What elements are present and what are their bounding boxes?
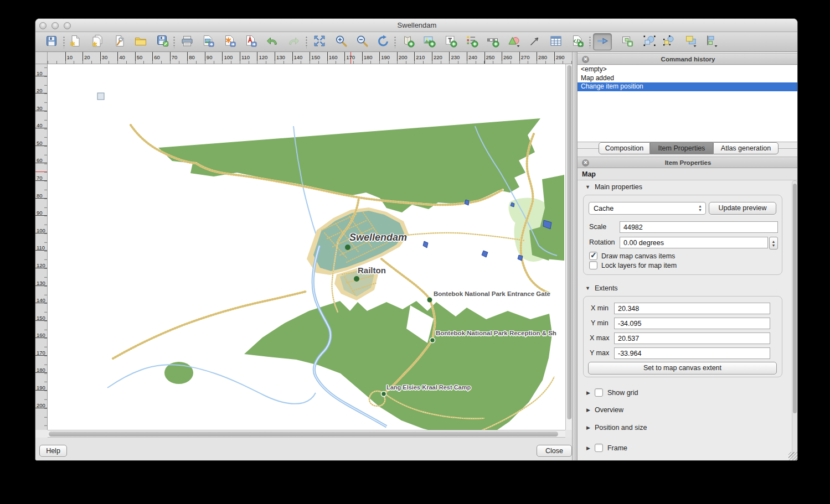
extents-header[interactable]: ▼ Extents xyxy=(585,284,618,292)
scrollbar-thumb[interactable] xyxy=(49,432,558,437)
refresh-icon xyxy=(377,34,390,50)
command-history-list[interactable]: <empty>Map addedChange item position xyxy=(578,65,798,142)
print-button[interactable] xyxy=(178,33,197,50)
composition-manager-button[interactable] xyxy=(110,33,129,50)
item-properties-titlebar: ✕ Item Properties xyxy=(578,157,798,168)
zoom-full-button[interactable] xyxy=(310,33,329,50)
export-image-button[interactable] xyxy=(199,33,218,50)
add-html-icon xyxy=(571,34,584,50)
collapse-arrow-icon[interactable]: ▼ xyxy=(585,184,590,190)
tab-composition[interactable]: Composition xyxy=(599,142,650,154)
history-item[interactable]: Map added xyxy=(578,74,798,83)
ruler-tick: 10 xyxy=(35,70,47,76)
xmin-input[interactable] xyxy=(614,303,770,314)
position-and-size-section[interactable]: ▶ Position and size xyxy=(586,424,647,432)
move-item-content-button[interactable] xyxy=(618,33,637,50)
rotation-spinner[interactable]: ▲▼ xyxy=(769,237,778,250)
ruler-tick: 170 xyxy=(35,350,47,356)
map-label-camp: Lang Elsies Kraal Rest Camp xyxy=(386,384,471,391)
undo-button[interactable] xyxy=(263,33,282,50)
raise-items-button[interactable] xyxy=(682,33,700,50)
refresh-button[interactable] xyxy=(374,33,393,50)
ungroup-items-button[interactable] xyxy=(659,33,678,50)
save-composition-button[interactable] xyxy=(42,33,61,50)
add-legend-button[interactable] xyxy=(462,33,481,50)
preview-mode-select[interactable]: Cache ▲▼ xyxy=(589,202,706,215)
ruler-tick: 130 xyxy=(275,52,285,64)
add-legend-icon xyxy=(465,34,478,50)
add-scalebar-button[interactable] xyxy=(483,33,502,50)
export-pdf-button[interactable] xyxy=(241,33,260,50)
add-image-icon xyxy=(422,34,436,50)
xmax-input[interactable] xyxy=(614,332,770,344)
history-item[interactable]: Change item position xyxy=(578,82,798,91)
history-item[interactable]: <empty> xyxy=(578,65,798,74)
expand-arrow-icon[interactable]: ▶ xyxy=(586,407,590,413)
ruler-tick: 180 xyxy=(362,52,373,64)
add-table-icon xyxy=(549,34,563,50)
titlebar[interactable]: Swellendam xyxy=(35,19,798,32)
ymax-input[interactable] xyxy=(614,347,770,359)
frame-checkbox[interactable] xyxy=(595,444,603,452)
map-label-gate: Bontebok National Park Entrance Gate xyxy=(434,290,550,297)
expand-arrow-icon[interactable]: ▶ xyxy=(586,425,590,430)
export-svg-button[interactable] xyxy=(220,33,239,50)
show-grid-checkbox[interactable] xyxy=(595,388,603,397)
new-composition-button[interactable] xyxy=(66,33,85,50)
ymin-input[interactable] xyxy=(614,318,770,329)
zoom-out-button[interactable] xyxy=(353,33,372,50)
add-label-button[interactable] xyxy=(441,33,460,50)
map-label-suburb: Railton xyxy=(358,266,386,275)
zoom-in-button[interactable] xyxy=(332,33,350,50)
scale-input[interactable] xyxy=(620,221,778,233)
tab-item-properties[interactable]: Item Properties xyxy=(650,142,713,154)
show-grid-section[interactable]: ▶ Show grid xyxy=(586,388,638,397)
close-panel-icon[interactable]: ✕ xyxy=(582,56,589,63)
toolbar-separator xyxy=(306,36,307,48)
group-items-button[interactable] xyxy=(640,33,659,50)
close-panel-icon[interactable]: ✕ xyxy=(582,159,589,167)
ruler-tick: 90 xyxy=(35,210,47,216)
help-button[interactable]: Help xyxy=(39,445,67,457)
window-resize-grip[interactable] xyxy=(788,452,797,460)
panel-scrollbar[interactable] xyxy=(792,180,798,461)
add-html-button[interactable] xyxy=(568,33,587,50)
add-scalebar-icon xyxy=(486,34,499,50)
update-preview-button[interactable]: Update preview xyxy=(709,202,776,215)
add-map-button[interactable] xyxy=(399,33,417,50)
ruler-tick: 120 xyxy=(35,262,47,268)
main-properties-header[interactable]: ▼ Main properties xyxy=(585,183,642,191)
collapse-arrow-icon[interactable]: ▼ xyxy=(585,285,590,291)
tab-atlas-generation[interactable]: Atlas generation xyxy=(713,142,779,154)
duplicate-composition-button[interactable] xyxy=(88,33,107,50)
redo-button[interactable] xyxy=(284,33,303,50)
draw-map-canvas-items-checkbox[interactable]: ✓ xyxy=(589,252,597,260)
expand-arrow-icon[interactable]: ▶ xyxy=(586,390,590,396)
align-items-button[interactable] xyxy=(703,33,721,50)
align-items-icon xyxy=(705,34,719,50)
add-arrow-button[interactable] xyxy=(525,33,544,50)
overview-section[interactable]: ▶ Overview xyxy=(586,406,623,414)
composition-canvas[interactable]: Swellendam Railton Bontebok National Par… xyxy=(48,64,565,430)
lock-layers-checkbox[interactable] xyxy=(589,261,597,269)
panel-splitter[interactable] xyxy=(572,52,578,461)
select-move-item-button[interactable] xyxy=(593,33,612,50)
ruler-tick: 170 xyxy=(344,52,355,64)
close-button[interactable]: Close xyxy=(537,445,572,457)
ruler-tick: 180 xyxy=(35,367,47,373)
add-image-button[interactable] xyxy=(420,33,439,50)
scrollbar-thumb[interactable] xyxy=(793,184,797,413)
add-table-button[interactable] xyxy=(547,33,565,50)
scrollbar-thumb[interactable] xyxy=(567,65,571,419)
add-shape-button[interactable] xyxy=(504,33,523,50)
rotation-input[interactable] xyxy=(620,237,768,248)
expand-arrow-icon[interactable]: ▶ xyxy=(586,445,590,451)
frame-section[interactable]: ▶ Frame xyxy=(586,444,627,452)
save-project-button[interactable] xyxy=(153,33,172,50)
add-label-icon xyxy=(444,34,457,50)
open-composition-button[interactable] xyxy=(131,33,150,50)
ruler-tick: 130 xyxy=(35,280,47,286)
set-to-map-canvas-extent-button[interactable]: Set to map canvas extent xyxy=(588,362,777,375)
canvas-horizontal-scrollbar[interactable] xyxy=(48,430,565,438)
canvas-vertical-scrollbar[interactable] xyxy=(565,64,572,430)
